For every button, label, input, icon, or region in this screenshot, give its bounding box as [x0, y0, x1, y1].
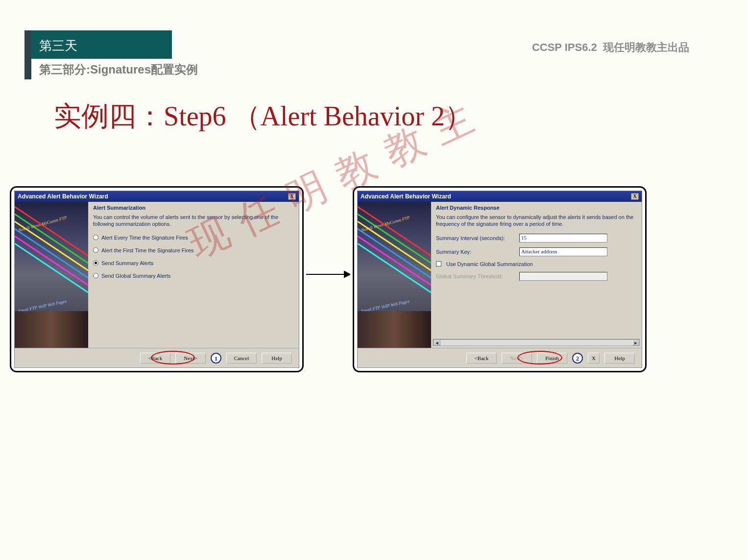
- wizard-side-image: Novell Views MyComm FTP Email FTP VoIP W…: [358, 202, 431, 348]
- opt-label: Send Global Summary Alerts: [101, 273, 170, 279]
- back-button[interactable]: <Back: [140, 353, 170, 364]
- radio-icon: [93, 260, 98, 266]
- course-code: CCSP IPS6.2: [532, 41, 597, 53]
- wizard-panel: Alert Dynamic Response You can configure…: [431, 202, 642, 348]
- close-icon[interactable]: X: [288, 193, 296, 200]
- horizontal-scrollbar[interactable]: ◄ ►: [433, 339, 640, 346]
- opt-label: Alert Every Time the Signature Fires: [101, 235, 188, 241]
- opt-label: Send Summary Alerts: [101, 260, 153, 266]
- back-button[interactable]: <Back: [466, 353, 497, 364]
- key-label: Summary Key:: [436, 249, 514, 255]
- svg-line-4: [15, 236, 88, 285]
- button-bar: <Back Next> 1 Cancel Help: [15, 348, 299, 367]
- use-dynamic-row[interactable]: Use Dynamic Global Summarization: [436, 261, 637, 267]
- panel-title: Alert Dynamic Response: [436, 205, 637, 211]
- radio-icon: [93, 273, 98, 278]
- next-button[interactable]: Next>: [175, 353, 206, 364]
- key-select[interactable]: Attacker address: [519, 247, 607, 256]
- wizard-panel: Alert Summarization You can control the …: [88, 202, 299, 348]
- close-icon[interactable]: X: [631, 193, 639, 200]
- summary-interval-row: Summary Interval (seconds): 15: [436, 234, 637, 243]
- threshold-row: Global Summary Threshold:: [436, 272, 637, 281]
- radio-icon: [93, 247, 98, 253]
- opt-alert-every[interactable]: Alert Every Time the Signature Fires: [93, 235, 294, 241]
- button-bar: <Back Next> Finish 2 X Help: [358, 348, 642, 367]
- window-title: Advanced Alert Behavior Wizard: [18, 191, 108, 202]
- callout-1: 1: [211, 353, 221, 364]
- callout-2: 2: [572, 353, 583, 364]
- cancel-x-button[interactable]: X: [588, 353, 600, 364]
- wizard-dialog-left: Advanced Alert Behavior Wizard X Novell …: [14, 191, 299, 368]
- interval-label: Summary Interval (seconds):: [436, 235, 514, 241]
- use-dynamic-label: Use Dynamic Global Summarization: [446, 261, 533, 267]
- threshold-input: [519, 272, 607, 281]
- screenshot-left: Advanced Alert Behavior Wizard X Novell …: [10, 186, 304, 372]
- panel-desc: You can configure the sensor to dynamica…: [436, 214, 637, 228]
- help-button[interactable]: Help: [604, 353, 635, 364]
- next-button: Next>: [502, 353, 532, 364]
- titlebar: Advanced Alert Behavior Wizard X: [15, 191, 299, 202]
- panel-title: Alert Summarization: [93, 205, 294, 211]
- summary-key-row: Summary Key: Attacker address: [436, 247, 637, 256]
- cancel-button[interactable]: Cancel: [226, 353, 257, 364]
- opt-alert-first[interactable]: Alert the First Time the Signature Fires: [93, 247, 294, 253]
- opt-send-global[interactable]: Send Global Summary Alerts: [93, 273, 294, 279]
- slide-title: 实例四：Step6 （Alert Behavior 2）: [54, 98, 472, 135]
- window-title: Advanced Alert Behavior Wizard: [361, 191, 451, 202]
- wizard-side-image: Novell Views MyComm FTP Email FTP VoIP W…: [15, 202, 88, 348]
- svg-line-13: [358, 243, 431, 292]
- svg-line-11: [358, 229, 431, 278]
- checkbox-icon: [436, 261, 441, 267]
- svg-line-5: [15, 243, 88, 292]
- part-label: 第三部分:Signatures配置实例: [39, 62, 198, 77]
- arrow-icon: [306, 269, 350, 279]
- panel-desc: You can control the volume of alerts sen…: [93, 214, 294, 228]
- scroll-left-icon[interactable]: ◄: [434, 340, 440, 345]
- screenshot-right: Advanced Alert Behavior Wizard X Novell …: [353, 186, 647, 372]
- svg-line-8: [358, 207, 431, 256]
- side-photo: [358, 311, 431, 348]
- opt-label: Alert the First Time the Signature Fires: [101, 247, 193, 253]
- svg-marker-7: [344, 271, 350, 277]
- svg-line-12: [358, 236, 431, 285]
- wizard-dialog-right: Advanced Alert Behavior Wizard X Novell …: [357, 191, 642, 368]
- accent-side-bar: [24, 30, 31, 79]
- scroll-right-icon[interactable]: ►: [632, 340, 639, 345]
- interval-input[interactable]: 15: [519, 234, 607, 243]
- svg-line-0: [15, 207, 88, 256]
- author-label: 现任明教教主出品: [603, 41, 689, 53]
- radio-icon: [93, 235, 98, 240]
- side-photo: [15, 311, 88, 348]
- help-button[interactable]: Help: [262, 353, 292, 364]
- threshold-label: Global Summary Threshold:: [436, 273, 514, 279]
- titlebar: Advanced Alert Behavior Wizard X: [358, 191, 642, 202]
- course-author: CCSP IPS6.2 现任明教教主出品: [532, 40, 689, 55]
- finish-button[interactable]: Finish: [537, 353, 567, 364]
- svg-line-3: [15, 229, 88, 278]
- opt-send-summary[interactable]: Send Summary Alerts: [93, 260, 294, 266]
- day-label: 第三天: [39, 37, 77, 54]
